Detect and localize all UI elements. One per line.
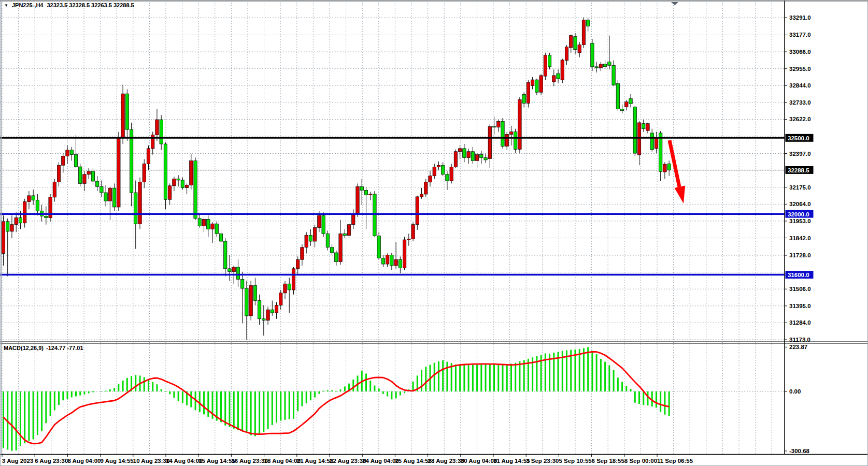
candle: [407, 239, 410, 240]
candle: [104, 193, 107, 201]
candle: [147, 149, 150, 164]
macd-indicator-label: MACD(12,26,9) -124.77 -77.01: [4, 345, 83, 351]
candle: [194, 161, 197, 219]
symbol-dropdown-icon[interactable]: ▼: [4, 3, 8, 8]
candle: [544, 55, 547, 76]
symbol-header: ▼ JPN225-,H4 32323.5 32328.5 32263.5 322…: [4, 2, 134, 8]
candle: [416, 197, 419, 225]
price-label: 31395.0: [789, 303, 811, 309]
price-label: 31173.0: [789, 337, 810, 343]
candle: [32, 196, 35, 200]
candle: [394, 259, 397, 266]
candle: [343, 234, 346, 236]
macd-signal-line: [4, 352, 670, 444]
candle: [403, 240, 406, 268]
price-label: 31506.0: [789, 286, 811, 292]
candle: [446, 174, 449, 181]
candle: [582, 20, 585, 45]
candle: [275, 305, 278, 313]
candle: [399, 259, 402, 268]
candle: [219, 234, 222, 241]
candle: [181, 180, 184, 188]
candle: [301, 247, 304, 259]
macd-axis-label: 0.00: [789, 388, 801, 395]
candle: [450, 167, 453, 181]
candle: [249, 285, 252, 316]
candle: [87, 171, 90, 174]
candle: [45, 216, 48, 218]
candle: [381, 258, 385, 264]
candle: [437, 165, 440, 167]
candle: [164, 144, 167, 199]
candle: [240, 279, 244, 288]
candle: [279, 293, 282, 305]
time-label: 5 Sep 10:55: [559, 458, 592, 464]
candle: [6, 222, 9, 231]
macd-axis-label: 223.87: [789, 344, 807, 350]
time-label: 6 Aug 23:30: [35, 458, 68, 464]
candle: [505, 135, 508, 147]
candle: [552, 76, 556, 82]
candle: [620, 109, 623, 110]
candle: [595, 67, 598, 68]
time-label: 25 Aug 14:55: [395, 458, 432, 464]
candle: [253, 285, 257, 300]
red-arrow-line[interactable]: [670, 140, 679, 187]
candle: [612, 65, 615, 85]
candle: [198, 219, 201, 226]
candle: [650, 133, 653, 150]
candle: [151, 135, 154, 148]
candle: [245, 288, 248, 316]
candle: [57, 165, 60, 182]
red-arrow-head[interactable]: [675, 186, 686, 203]
candle: [454, 152, 457, 167]
candle: [288, 284, 291, 290]
price-label: 31728.0: [789, 252, 811, 258]
time-label: 15 Aug 14:55: [198, 458, 235, 464]
candle: [121, 94, 124, 138]
price-label: 32622.0: [789, 116, 811, 122]
candle: [531, 80, 534, 85]
candle: [548, 55, 551, 67]
chart-canvas[interactable]: 33291.033177.033066.032955.032844.032733…: [1, 1, 868, 466]
candle: [112, 188, 116, 207]
candle: [62, 156, 65, 166]
candle: [659, 133, 662, 171]
price-label: 32064.0: [789, 201, 811, 207]
ohlc-readout: 32323.5 32328.5 32263.5 32288.5: [47, 2, 134, 8]
candle: [475, 155, 478, 161]
candle: [138, 182, 141, 224]
candle: [646, 124, 649, 131]
candle: [570, 36, 573, 48]
candle: [313, 228, 316, 241]
candle: [442, 165, 445, 174]
candle: [463, 149, 466, 158]
candle: [305, 235, 308, 247]
candle: [633, 107, 636, 153]
candle: [347, 225, 350, 236]
candle: [561, 60, 564, 80]
candle: [190, 161, 193, 185]
macd-axis-label: -300.68: [789, 448, 810, 454]
candle: [117, 138, 120, 207]
candle: [292, 269, 295, 290]
candle: [625, 102, 628, 107]
price-tag-label: 31600.0: [788, 272, 809, 278]
candle: [360, 186, 363, 190]
candle: [484, 157, 487, 159]
candle: [143, 164, 146, 182]
candle: [173, 179, 176, 186]
candle: [420, 194, 423, 197]
candle: [155, 120, 159, 135]
candle: [667, 164, 671, 170]
candle: [330, 247, 333, 253]
candle: [642, 124, 645, 129]
candle: [663, 164, 666, 172]
candle: [411, 225, 415, 239]
candle: [364, 191, 367, 195]
candle: [125, 94, 129, 129]
time-label: 30 Aug 04:00: [461, 458, 497, 464]
candle: [424, 182, 428, 194]
candle: [15, 217, 18, 224]
price-label: 33291.0: [789, 14, 811, 21]
